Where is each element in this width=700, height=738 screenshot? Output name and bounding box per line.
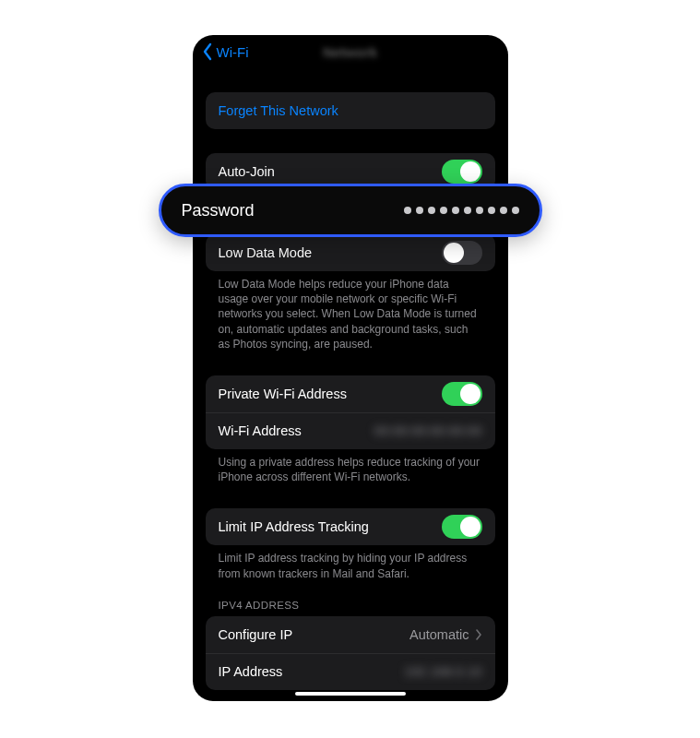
wifi-address-value: 00:00:00:00:00:00 (374, 423, 482, 438)
group-private-address: Private Wi-Fi Address Wi-Fi Address 00:0… (206, 375, 495, 449)
private-wifi-toggle[interactable] (442, 382, 482, 406)
limit-ip-toggle[interactable] (442, 515, 482, 539)
chevron-left-icon (200, 42, 215, 61)
auto-join-toggle[interactable] (442, 160, 482, 184)
forget-network-button[interactable]: Forget This Network (206, 92, 495, 129)
back-button[interactable]: Wi-Fi (200, 42, 249, 61)
wifi-address-label: Wi-Fi Address (219, 423, 302, 438)
limit-ip-label: Limit IP Address Tracking (219, 519, 369, 534)
nav-bar: Wi-Fi Network (193, 35, 508, 68)
low-data-footer: Low Data Mode helps reduce your iPhone d… (206, 271, 495, 351)
limit-ip-footer: Limit IP address tracking by hiding your… (206, 545, 495, 580)
group-limit-ip: Limit IP Address Tracking (206, 508, 495, 545)
chevron-right-icon (475, 629, 482, 640)
low-data-toggle[interactable] (442, 241, 482, 265)
password-mask (404, 207, 519, 214)
row-private-wifi-address: Private Wi-Fi Address (206, 375, 495, 412)
ip-address-label: IP Address (219, 664, 283, 679)
row-configure-ip[interactable]: Configure IP Automatic (206, 616, 495, 653)
ip-address-value: 192.168.0.10 (404, 664, 482, 679)
configure-ip-value: Automatic (409, 627, 469, 642)
nav-title-blurred: Network (323, 44, 377, 60)
row-ip-address: IP Address 192.168.0.10 (206, 653, 495, 690)
configure-ip-value-wrap: Automatic (409, 627, 481, 642)
password-label: Password (182, 201, 255, 220)
password-row-highlight[interactable]: Password (159, 184, 542, 237)
group-low-data: Low Data Mode (206, 234, 495, 271)
forget-network-label: Forget This Network (219, 103, 338, 118)
row-limit-ip-tracking: Limit IP Address Tracking (206, 508, 495, 545)
ipv4-section-header: IPV4 ADDRESS (206, 581, 495, 614)
private-wifi-label: Private Wi-Fi Address (219, 387, 347, 401)
group-forget: Forget This Network (206, 92, 495, 129)
low-data-label: Low Data Mode (219, 245, 313, 260)
private-address-footer: Using a private address helps reduce tra… (206, 449, 495, 484)
configure-ip-label: Configure IP (219, 627, 293, 642)
phone-frame: Wi-Fi Network Forget This Network Auto-J… (193, 35, 508, 701)
row-low-data: Low Data Mode (206, 234, 495, 271)
settings-content: Forget This Network Auto-Join Low Data M… (193, 92, 508, 690)
group-ipv4: Configure IP Automatic IP Address 192.16… (206, 616, 495, 690)
home-indicator[interactable] (295, 692, 406, 696)
row-wifi-address: Wi-Fi Address 00:00:00:00:00:00 (206, 412, 495, 449)
back-label: Wi-Fi (217, 44, 249, 60)
auto-join-label: Auto-Join (219, 164, 275, 179)
